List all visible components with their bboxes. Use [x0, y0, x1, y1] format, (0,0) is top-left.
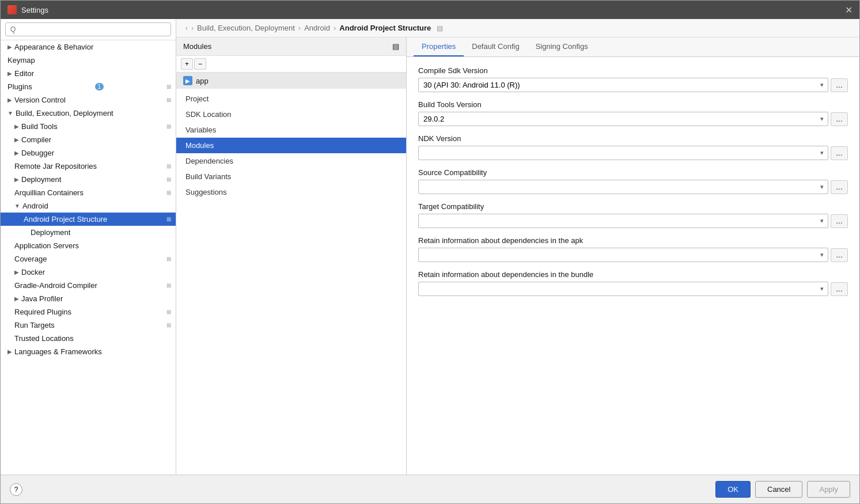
sidebar-item-build-tools[interactable]: ▶ Build Tools ⊞	[1, 120, 176, 133]
breadcrumb-current: Android Project Structure	[339, 24, 431, 32]
sidebar-item-required-plugins[interactable]: Required Plugins ⊞	[1, 305, 176, 319]
sidebar-item-deployment-sub[interactable]: Deployment	[1, 226, 176, 239]
app-icon	[7, 5, 17, 14]
tab-properties[interactable]: Properties	[414, 37, 464, 56]
nav-build-variants[interactable]: Build Variants	[176, 169, 406, 184]
nav-dependencies[interactable]: Dependencies	[176, 153, 406, 169]
chevron-right-icon: ▶	[14, 269, 19, 275]
sidebar-item-app-servers[interactable]: Application Servers	[1, 239, 176, 252]
middle-panel: Modules ▤ + − ▶ app Project	[176, 37, 407, 475]
ndk-edit-btn[interactable]: …	[831, 146, 848, 160]
sidebar-item-label: Deployment	[31, 228, 70, 237]
sidebar-item-java-profiler[interactable]: ▶ Java Profiler	[1, 292, 176, 305]
target-compat-select[interactable]	[418, 214, 828, 228]
sidebar-item-compiler[interactable]: ▶ Compiler	[1, 133, 176, 146]
external-link-icon: ⊞	[166, 190, 171, 196]
search-box	[1, 19, 176, 40]
sidebar-item-coverage[interactable]: Coverage ⊞	[1, 252, 176, 266]
add-module-button[interactable]: +	[181, 58, 193, 70]
window-title: Settings	[21, 6, 48, 14]
sidebar-item-android-project-structure[interactable]: Android Project Structure ⊞	[1, 213, 176, 226]
cancel-button[interactable]: Cancel	[755, 481, 802, 498]
sidebar-item-label: Build Tools	[21, 122, 58, 131]
sidebar-item-label: Arquillian Containers	[14, 188, 84, 197]
main-split: Modules ▤ + − ▶ app Project	[176, 37, 859, 475]
sidebar-item-editor[interactable]: ▶ Editor	[1, 67, 176, 80]
sidebar-item-docker[interactable]: ▶ Docker	[1, 266, 176, 279]
ndk-select[interactable]	[418, 146, 828, 160]
build-tools-field-group: Build Tools Version 29.0.2 …	[418, 100, 848, 126]
external-link-icon: ⊞	[166, 97, 171, 103]
modules-label: Modules	[183, 42, 211, 51]
retain-apk-select[interactable]	[418, 248, 828, 262]
ndk-wrapper	[418, 146, 828, 160]
sidebar-item-version-control[interactable]: ▶ Version Control ⊞	[1, 93, 176, 107]
sidebar-item-label: Languages & Frameworks	[14, 347, 102, 356]
sidebar-item-debugger[interactable]: ▶ Debugger	[1, 146, 176, 160]
build-tools-label: Build Tools Version	[418, 100, 848, 109]
retain-apk-edit-btn[interactable]: …	[831, 248, 848, 262]
settings-window: Settings ✕ ▶ Appearance & Behavior Keyma…	[0, 0, 860, 504]
nav-modules[interactable]: Modules	[176, 138, 406, 153]
sidebar-item-run-targets[interactable]: Run Targets ⊞	[1, 319, 176, 332]
sidebar-item-arquillian[interactable]: Arquillian Containers ⊞	[1, 186, 176, 199]
remove-module-button[interactable]: −	[194, 58, 206, 70]
tab-signing-configs[interactable]: Signing Configs	[528, 37, 596, 56]
module-icon: ▶	[183, 76, 192, 85]
nav-sdk-location[interactable]: SDK Location	[176, 107, 406, 122]
back-icon[interactable]: ‹	[185, 24, 188, 32]
sidebar-item-label: Run Targets	[14, 321, 55, 329]
sidebar-item-label: Docker	[21, 268, 45, 276]
sidebar-item-android[interactable]: ▼ Android	[1, 199, 176, 213]
chevron-down-icon: ▼	[7, 110, 13, 116]
retain-apk-wrapper	[418, 248, 828, 262]
compile-sdk-edit-btn[interactable]: …	[831, 78, 848, 92]
chevron-right-icon: ▶	[14, 123, 19, 130]
help-button[interactable]: ?	[10, 483, 22, 496]
sidebar-item-trusted-locations[interactable]: Trusted Locations	[1, 332, 176, 345]
external-link-icon: ⊞	[166, 282, 171, 289]
target-compat-wrapper	[418, 214, 828, 228]
external-link-icon: ⊞	[166, 309, 171, 315]
target-compat-edit-btn[interactable]: …	[831, 214, 848, 228]
sidebar-item-appearance[interactable]: ▶ Appearance & Behavior	[1, 40, 176, 54]
retain-bundle-select[interactable]	[418, 282, 828, 296]
build-tools-edit-btn[interactable]: …	[831, 112, 848, 126]
sidebar-item-languages[interactable]: ▶ Languages & Frameworks	[1, 345, 176, 358]
external-link-icon: ⊞	[166, 84, 171, 90]
forward-icon[interactable]: ›	[191, 24, 194, 32]
module-app-item[interactable]: ▶ app	[176, 73, 406, 89]
build-tools-select[interactable]: 29.0.2	[418, 112, 828, 126]
breadcrumb-sep2: ›	[334, 24, 336, 32]
breadcrumb-android: Android	[304, 24, 330, 32]
retain-bundle-wrapper	[418, 282, 828, 296]
retain-bundle-edit-btn[interactable]: …	[831, 282, 848, 296]
source-compat-label: Source Compatibility	[418, 168, 848, 177]
sidebar-item-gradle-android[interactable]: Gradle-Android Compiler ⊞	[1, 279, 176, 292]
sidebar-item-label: Plugins	[7, 82, 32, 91]
ok-button[interactable]: OK	[715, 481, 751, 498]
breadcrumb-menu-icon[interactable]: ▤	[437, 24, 443, 32]
tab-default-config[interactable]: Default Config	[464, 37, 527, 56]
sidebar-item-label: Compiler	[21, 135, 51, 144]
nav-variables[interactable]: Variables	[176, 122, 406, 138]
nav-project[interactable]: Project	[176, 91, 406, 107]
sidebar-item-remote-jar[interactable]: Remote Jar Repositories ⊞	[1, 160, 176, 173]
sidebar-item-deployment[interactable]: ▶ Deployment ⊞	[1, 173, 176, 186]
search-input[interactable]	[5, 22, 171, 36]
source-compat-field-group: Source Compatibility …	[418, 168, 848, 194]
sidebar-item-plugins[interactable]: Plugins 1 ⊞	[1, 80, 176, 93]
sidebar-item-build-exec[interactable]: ▼ Build, Execution, Deployment	[1, 107, 176, 120]
nav-suggestions[interactable]: Suggestions	[176, 184, 406, 200]
source-compat-select[interactable]	[418, 180, 828, 194]
sidebar-item-keymap[interactable]: Keymap	[1, 54, 176, 67]
sidebar-item-label: Coverage	[14, 255, 47, 263]
external-link-icon: ⊞	[166, 123, 171, 130]
sidebar-item-label: Build, Execution, Deployment	[16, 109, 113, 118]
source-compat-edit-btn[interactable]: …	[831, 180, 848, 194]
close-button[interactable]: ✕	[845, 5, 853, 16]
compile-sdk-select[interactable]: 30 (API 30: Android 11.0 (R))	[418, 78, 828, 92]
apply-button[interactable]: Apply	[807, 481, 850, 498]
chevron-right-icon: ▶	[7, 348, 12, 355]
chevron-right-icon: ▶	[7, 97, 12, 103]
